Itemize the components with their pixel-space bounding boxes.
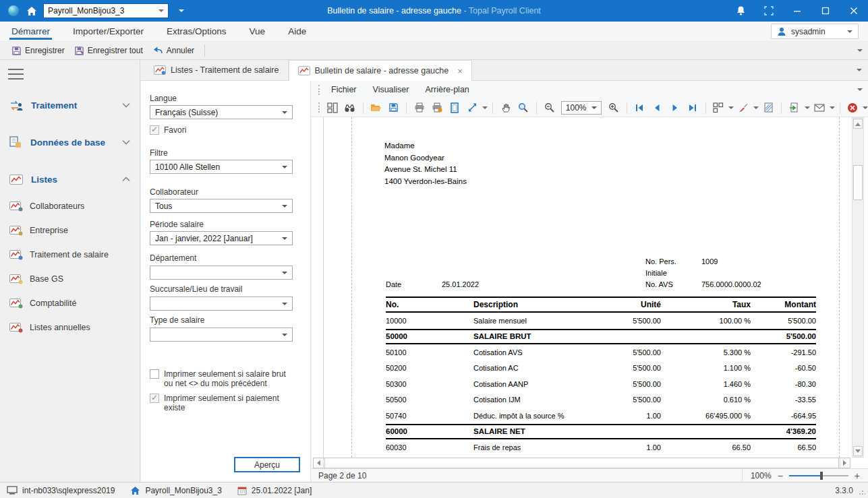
viewer-menu-fichier[interactable]: Fichier — [324, 85, 364, 94]
previous-page-icon[interactable] — [649, 100, 665, 115]
scrollbar-thumb[interactable] — [853, 165, 863, 200]
menu-extras-options[interactable]: Extras/Options — [155, 22, 238, 41]
menu-importer-exporter[interactable]: Importer/Exporter — [61, 22, 155, 41]
user-menu-button[interactable]: sysadmin — [771, 24, 859, 39]
statusbar-database: Payroll_MonBijou3_3 — [130, 486, 221, 495]
sidebar-item-collaborateurs[interactable]: Collaborateurs — [0, 194, 140, 218]
viewer-menu-visualiser[interactable]: Visualiser — [366, 85, 417, 94]
close-report-icon[interactable] — [845, 100, 861, 115]
type-salaire-label: Type de salaire — [150, 315, 204, 325]
scroll-down-icon[interactable] — [853, 446, 863, 456]
zoom-combobox[interactable]: 100% — [561, 101, 602, 115]
close-tab-icon[interactable]: × — [457, 66, 463, 76]
export-dropdown-icon[interactable] — [805, 106, 810, 112]
scroll-right-icon[interactable] — [840, 458, 850, 468]
departement-select[interactable] — [150, 266, 293, 280]
favori-checkbox-row[interactable]: Favori — [150, 125, 297, 135]
horizontal-scrollbar[interactable] — [313, 458, 850, 468]
scale-dropdown-icon[interactable] — [482, 106, 488, 112]
collapse-ribbon-icon[interactable] — [857, 49, 863, 55]
watermark-icon[interactable] — [761, 100, 776, 115]
multipage-view-icon[interactable] — [711, 100, 726, 115]
tabstrip-chevron-icon[interactable] — [857, 69, 862, 74]
next-page-icon[interactable] — [667, 100, 683, 115]
hamburger-menu-icon[interactable] — [8, 69, 24, 80]
page-color-icon[interactable] — [736, 100, 751, 115]
last-page-icon[interactable] — [685, 100, 700, 115]
drag-handle[interactable] — [318, 85, 320, 95]
menu-vue[interactable]: Vue — [238, 22, 277, 41]
zoom-slider[interactable] — [789, 472, 848, 480]
database-combobox[interactable]: Payroll_MonBijou3_3 — [43, 3, 169, 18]
tab-listes-traitement-de-salaire[interactable]: Listes - Traitement de salaire — [145, 60, 289, 80]
page-color-dropdown-icon[interactable] — [753, 106, 759, 112]
first-page-icon[interactable] — [632, 100, 647, 115]
open-icon[interactable] — [368, 100, 384, 115]
filtre-select[interactable]: 10100 Alle Stellen — [150, 160, 293, 174]
viewer-menu-arriere-plan[interactable]: Arrière-plan — [417, 85, 476, 94]
drag-handle[interactable] — [318, 102, 320, 113]
donnees-de-base-icon — [9, 136, 22, 148]
imprimer-brut-checkbox[interactable] — [150, 369, 159, 379]
find-icon[interactable] — [342, 100, 357, 115]
sidebar-item-comptabilit-[interactable]: Comptabilité — [0, 291, 140, 315]
email-icon[interactable] — [812, 100, 828, 115]
print-icon[interactable] — [411, 100, 427, 115]
save-button[interactable]: Enregistrer — [7, 43, 69, 58]
page-setup-icon[interactable] — [447, 100, 463, 115]
favori-checkbox[interactable] — [150, 125, 159, 135]
sidebar-item-entreprise[interactable]: Entreprise — [0, 218, 140, 243]
zoom-in-icon[interactable] — [606, 100, 621, 115]
minimize-button[interactable] — [783, 0, 811, 22]
doc-cell-montant: -60.50 — [751, 364, 816, 372]
home-icon[interactable] — [26, 6, 37, 16]
close-report-dropdown-icon[interactable] — [863, 106, 868, 112]
vertical-scrollbar[interactable] — [852, 117, 864, 458]
scale-icon[interactable] — [465, 100, 480, 115]
zoom-tool-icon[interactable] — [515, 100, 531, 115]
sidebar-item-listes-annuelles[interactable]: Listes annuelles — [0, 315, 140, 340]
resize-grip[interactable] — [859, 489, 865, 495]
viewer-menu-chevron-icon[interactable] — [857, 88, 863, 94]
undo-button[interactable]: Annuler — [148, 43, 199, 58]
close-button[interactable] — [840, 0, 868, 22]
hand-icon[interactable] — [498, 100, 513, 115]
database-menu-button[interactable] — [173, 3, 190, 18]
export-icon[interactable] — [786, 100, 802, 115]
zoom-slider-thumb[interactable] — [820, 472, 823, 480]
scroll-left-icon[interactable] — [314, 458, 324, 468]
zoom-out-slider-icon[interactable]: − — [778, 470, 783, 481]
save-all-button[interactable]: Enregistrer tout — [69, 43, 148, 58]
scrollbar-thumb[interactable] — [324, 458, 839, 468]
sidebar-group-donnees-de-base[interactable]: Données de base — [0, 133, 140, 152]
check-brut-row[interactable]: Imprimer seulement si salaire brut ou ne… — [150, 369, 297, 388]
notifications-button[interactable] — [726, 0, 755, 22]
email-dropdown-icon[interactable] — [830, 106, 835, 112]
apercu-button[interactable]: Aperçu — [234, 457, 300, 472]
scroll-up-icon[interactable] — [853, 119, 863, 129]
menu-demarrer[interactable]: Démarrer — [0, 22, 61, 41]
zoom-in-slider-icon[interactable]: + — [855, 470, 860, 481]
imprimer-paiement-checkbox[interactable] — [150, 394, 159, 403]
doc-cell-montant: 4'369.20 — [751, 427, 816, 435]
tab-bulletin-de-salaire[interactable]: Bulletin de salaire - adresse gauche × — [289, 60, 472, 81]
langue-select[interactable]: Français (Suisse) — [150, 105, 293, 119]
menu-aide[interactable]: Aide — [277, 22, 318, 41]
multipage-dropdown-icon[interactable] — [728, 106, 734, 112]
collaborateur-select[interactable]: Tous — [150, 199, 293, 213]
type-salaire-select[interactable] — [150, 328, 293, 342]
thumbnails-icon[interactable] — [324, 100, 340, 115]
save-report-icon[interactable] — [386, 100, 401, 115]
fullscreen-button[interactable] — [755, 0, 783, 22]
maximize-button[interactable] — [811, 0, 840, 22]
sidebar-group-traitement[interactable]: Traitement — [0, 96, 140, 115]
sidebar: Traitement Données de base Listes Collab… — [0, 60, 140, 482]
periode-select[interactable]: Jan - janvier, 2022 [Januar] — [150, 231, 293, 245]
succursale-select[interactable] — [150, 297, 293, 311]
quick-print-icon[interactable] — [429, 100, 444, 115]
sidebar-item-traitement-de-salaire[interactable]: Traitement de salaire — [0, 243, 140, 267]
sidebar-item-base-gs[interactable]: Base GS — [0, 267, 140, 291]
zoom-out-icon[interactable] — [542, 100, 557, 115]
check-paiement-row[interactable]: Imprimer seulement si paiement existe — [150, 394, 297, 412]
sidebar-group-listes[interactable]: Listes — [0, 170, 140, 189]
